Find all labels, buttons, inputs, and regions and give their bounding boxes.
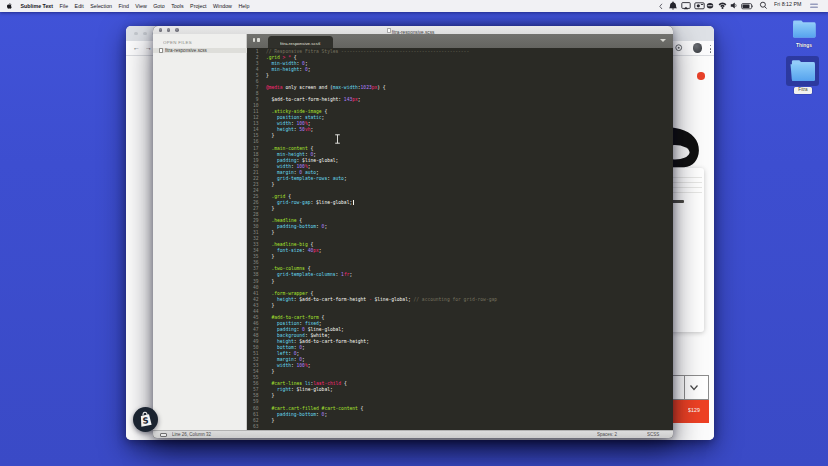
browser-minimize-button[interactable]	[143, 32, 147, 36]
desktop-icon-label: Things	[789, 42, 819, 48]
browser-close-button[interactable]	[134, 32, 138, 36]
notification-bell-icon[interactable]	[668, 1, 678, 11]
code-line: 64 #cart-title {	[624, 102, 647, 103]
file-icon	[159, 48, 163, 52]
menu-bar-clock[interactable]: Fri 8:12 PM	[774, 1, 801, 7]
desktop-icon-label-field[interactable]: Fitra	[794, 87, 812, 94]
screen-mirroring-icon[interactable]	[681, 1, 691, 11]
menu-bar: Sublime Text FileEditSelectionFindViewGo…	[0, 0, 828, 12]
control-center-icon[interactable]	[809, 2, 819, 10]
extensions-icon[interactable]	[675, 44, 683, 52]
tab-overflow-icon[interactable]	[660, 39, 666, 42]
open-files-header: OPEN FILES	[163, 40, 192, 45]
screenshot-camera-icon[interactable]	[694, 1, 705, 11]
text-caret	[353, 200, 354, 205]
panel-toggle-icon[interactable]	[160, 433, 167, 438]
svg-text:S: S	[142, 415, 149, 425]
sublime-zoom-button[interactable]	[175, 28, 179, 32]
browser-menu-icon[interactable]	[710, 45, 712, 55]
browser-forward-button[interactable]: →	[145, 44, 152, 51]
cursor-position-label: Line 26, Column 32	[172, 432, 211, 437]
syntax-label[interactable]: SCSS	[647, 432, 659, 437]
battery-icon[interactable]	[741, 2, 754, 11]
shopify-bag-icon: S	[133, 407, 158, 432]
tab-scroll-icon[interactable]	[253, 38, 256, 41]
ibeam-cursor	[334, 134, 341, 144]
folder-icon	[789, 59, 817, 83]
sidebar-file-item[interactable]: fitra-responsive.scss	[153, 48, 247, 53]
sublime-editor[interactable]: fitra-responsive.scss × 1// Responsive F…	[247, 34, 673, 430]
chevron-down-icon	[689, 384, 699, 392]
do-not-disturb-icon[interactable]	[706, 1, 714, 11]
indent-label[interactable]: Spaces: 2	[597, 432, 617, 437]
desktop: ← →	[0, 0, 828, 466]
add-to-cart-price: $129	[688, 407, 700, 413]
sublime-window: fitra-responsive.scss OPEN FILES fitra-r…	[153, 26, 673, 438]
sublime-status-bar: Line 26, Column 32 Spaces: 2 SCSS	[153, 430, 673, 439]
tab-close-icon[interactable]: ×	[318, 41, 321, 46]
browser-profile-avatar[interactable]	[693, 43, 703, 53]
sublime-tab-bar: fitra-responsive.scss ×	[247, 34, 673, 48]
sublime-close-button[interactable]	[159, 28, 163, 32]
select-divider	[684, 376, 685, 399]
shopify-bubble[interactable]: S	[133, 407, 158, 432]
folder-icon	[791, 19, 819, 40]
page-red-dot	[697, 72, 705, 80]
browser-back-button[interactable]: ←	[133, 44, 140, 51]
tab-fitra-responsive[interactable]: fitra-responsive.scss ×	[268, 36, 333, 47]
desktop-icon-fitra[interactable]	[786, 56, 819, 86]
wifi-icon[interactable]	[718, 1, 727, 10]
sidebar-file-name: fitra-responsive.scss	[165, 48, 207, 53]
minimap[interactable]: 1// Responsive Fitra Styles ------------…	[624, 48, 647, 104]
sublime-title-bar[interactable]: fitra-responsive.scss	[153, 26, 673, 34]
sublime-sidebar: OPEN FILES fitra-responsive.scss	[153, 34, 247, 430]
spotlight-search-icon[interactable]	[759, 1, 768, 10]
volume-icon[interactable]	[730, 1, 738, 10]
code-area[interactable]: 1// Responsive Fitra Styles ------------…	[247, 48, 673, 429]
sublime-minimize-button[interactable]	[167, 28, 171, 32]
desktop-icon-things[interactable]: Things	[789, 18, 819, 48]
tab-scroll-icon[interactable]	[257, 38, 260, 41]
menu-bar-status-icons: Fri 8:12 PM	[0, 0, 828, 12]
tab-label: fitra-responsive.scss	[280, 41, 320, 46]
hidden-items-chevron-icon[interactable]	[658, 2, 664, 11]
desktop-icon-label: Fitra	[794, 86, 812, 92]
minimap-content: 1// Responsive Fitra Styles ------------…	[624, 48, 647, 102]
